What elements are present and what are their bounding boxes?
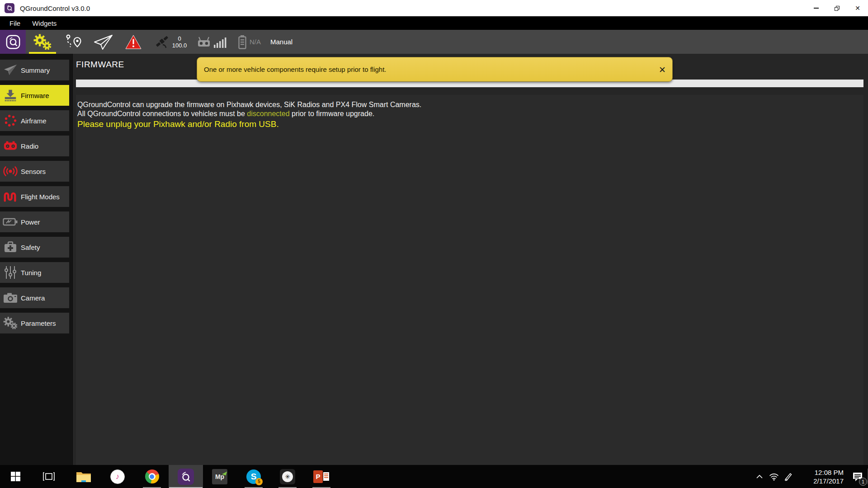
flight-mode-selector[interactable]: Manual [270,30,307,54]
task-view-button[interactable] [38,465,60,488]
flight-modes-wave-icon [0,190,21,203]
plan-view-button[interactable] [61,30,86,54]
warning-indicator-button[interactable] [122,30,145,54]
battery-status: N/A [250,38,261,46]
wifi-tray-button[interactable] [767,465,781,488]
firmware-info-line2: All QGroundControl connections to vehicl… [77,109,863,118]
menu-bar: File Widgets [0,16,868,30]
line2-prefix: All QGroundControl connections to vehicl… [77,110,247,117]
rc-transmitter-icon [197,36,211,48]
clock-time: 12:08 PM [800,468,844,477]
alert-close-button[interactable]: ✕ [659,57,666,82]
tuning-sliders-icon [0,266,21,279]
safety-case-icon [0,241,21,253]
chrome-icon [145,469,159,483]
sidebar-item-flight-modes[interactable]: Flight Modes [0,186,69,207]
airframe-dots-icon [0,114,21,127]
gps-sat-count: 0 [178,35,181,42]
sidebar-item-label: Safety [21,244,40,251]
satellite-icon [154,35,170,49]
disconnected-highlight: disconnected [247,110,289,117]
window-title: QGroundControl v3.0.0 [20,5,90,12]
sidebar-item-label: Power [21,218,40,226]
page-title: FIRMWARE [76,60,124,70]
gps-values: 0 100.0 [172,35,187,49]
asterisk-app-button[interactable]: ✳ [277,465,298,488]
windows-logo-icon [11,472,20,481]
minimize-icon [814,8,819,9]
paper-plane-icon [0,64,21,76]
firmware-pane: FIRMWARE QGroundControl can upgrade the … [74,54,868,465]
setup-sidebar: Summary Firmware [0,54,74,465]
sidebar-item-summary[interactable]: Summary [0,60,69,80]
taskbar-clock[interactable]: 12:08 PM 2/17/2017 [800,468,844,485]
skype-unread-badge: 5 [255,478,263,485]
gps-indicator-button[interactable]: 0 100.0 [151,30,190,54]
sidebar-item-label: Tuning [21,269,41,277]
setup-view: Summary Firmware [0,54,868,465]
chrome-button[interactable] [141,465,163,488]
firmware-info-panel: QGroundControl can upgrade the firmware … [76,95,863,465]
sidebar-item-firmware[interactable]: Firmware [0,85,69,106]
windows-taskbar: ♪ Mp S 5 ✳ [0,465,868,488]
menu-file[interactable]: File [5,16,25,30]
camera-icon [0,292,21,303]
paper-plane-icon [93,34,113,50]
chevron-up-icon [756,474,763,479]
qgc-taskbar-icon [178,469,194,485]
sidebar-item-safety[interactable]: Safety [0,237,69,258]
sidebar-item-radio[interactable]: Radio [0,136,69,156]
start-button[interactable] [5,465,26,488]
pen-icon [784,472,793,481]
qgroundcontrol-taskbar-button[interactable] [169,465,203,488]
qgc-logo-button[interactable] [0,30,26,54]
battery-icon [237,35,247,49]
asterisk-app-icon: ✳ [280,469,295,484]
action-center-button[interactable]: 1 [847,465,868,488]
battery-indicator-button[interactable]: N/A [233,30,265,54]
sidebar-item-tuning[interactable]: Tuning [0,262,69,283]
powerpoint-icon: P [313,470,330,483]
tray-overflow-button[interactable] [752,465,767,488]
itunes-icon: ♪ [110,469,125,484]
sidebar-item-sensors[interactable]: Sensors [0,161,69,182]
line2-suffix: prior to firmware upgrade. [290,110,375,117]
skype-button[interactable]: S 5 [243,465,264,488]
qgc-logo-icon [5,34,21,50]
parameters-gears-icon [0,316,21,330]
sidebar-item-label: Radio [21,142,38,150]
sidebar-item-label: Flight Modes [21,193,60,201]
sensors-signal-icon [0,165,21,177]
sidebar-item-airframe[interactable]: Airframe [0,110,69,131]
powerpoint-button[interactable]: P [311,465,332,488]
sidebar-item-camera[interactable]: Camera [0,287,69,308]
restore-button[interactable] [826,0,847,16]
file-explorer-icon [76,470,91,483]
sidebar-item-power[interactable]: Power [0,211,69,232]
sidebar-item-label: Airframe [21,117,47,125]
skype-icon: S 5 [246,469,261,484]
restore-icon [835,6,840,11]
file-explorer-button[interactable] [73,465,94,488]
system-tray: 12:08 PM 2/17/2017 1 [752,465,868,488]
pen-tray-button[interactable] [781,465,796,488]
wifi-icon [769,473,779,481]
rc-rssi-indicator-button[interactable] [193,30,230,54]
firmware-info-line1: QGroundControl can upgrade the firmware … [77,100,863,109]
mission-planner-button[interactable]: Mp [209,465,231,488]
firmware-unplug-warning: Please unplug your Pixhawk and/or Radio … [77,118,863,130]
sidebar-item-parameters[interactable]: Parameters [0,313,69,333]
clock-date: 2/17/2017 [800,477,844,485]
vehicle-setup-button[interactable] [29,30,56,54]
itunes-button[interactable]: ♪ [107,465,128,488]
task-view-icon [43,472,55,481]
menu-widgets[interactable]: Widgets [27,16,61,30]
close-button[interactable]: ✕ [847,0,868,16]
alert-banner-text: One or more vehicle components require s… [204,66,387,73]
minimize-button[interactable] [806,0,826,16]
fly-view-button[interactable] [91,30,115,54]
sidebar-item-label: Summary [21,66,50,74]
mission-planner-icon: Mp [212,469,227,484]
sidebar-item-label: Camera [21,294,45,302]
setup-alert-banner: One or more vehicle components require s… [197,57,673,82]
